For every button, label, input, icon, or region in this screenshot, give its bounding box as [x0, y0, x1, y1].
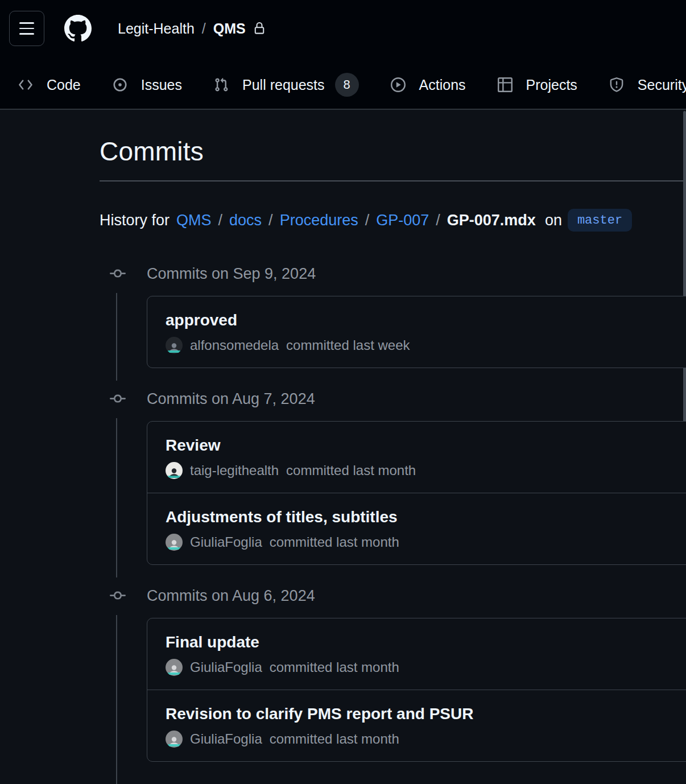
git-commit-icon: [110, 391, 126, 407]
commit-meta: GiuliaFoglia committed last month: [166, 731, 686, 748]
avatar[interactable]: [166, 659, 183, 676]
breadcrumb-repo-link[interactable]: QMS: [213, 20, 246, 37]
page-title: Commits: [100, 136, 686, 167]
commit-card: approved alfonsomedela committed last we…: [147, 296, 686, 368]
header-top: Legit-Health / QMS: [0, 0, 686, 61]
issue-opened-icon: [113, 77, 127, 92]
tab-label: Issues: [141, 77, 182, 93]
commit-title-link[interactable]: Revision to clarify PMS report and PSUR: [166, 705, 473, 723]
pull-requests-count-badge: 8: [335, 73, 359, 97]
commit-meta-text: committed last month: [270, 731, 399, 747]
commit-meta-text: committed last month: [286, 463, 416, 478]
commit-group-header: Commits on Aug 6, 2024: [100, 585, 686, 606]
tab-pull-requests[interactable]: Pull requests 8: [214, 73, 359, 97]
commit-group-header: Commits on Sep 9, 2024: [100, 263, 686, 284]
tab-label: Security: [638, 77, 686, 93]
avatar[interactable]: [166, 534, 183, 551]
history-on-label: on: [545, 212, 562, 229]
play-circle-icon: [391, 77, 406, 92]
commit-row: Final update GiuliaFoglia committed last…: [147, 618, 686, 690]
git-commit-icon: [110, 266, 126, 282]
breadcrumb-separator: /: [195, 20, 213, 37]
commit-title-link[interactable]: Review: [166, 436, 221, 455]
code-icon: [18, 77, 33, 92]
path-separator: /: [429, 212, 447, 229]
history-link-gp007[interactable]: GP-007: [376, 212, 429, 229]
lock-icon: [253, 22, 266, 35]
tab-projects[interactable]: Projects: [498, 77, 577, 93]
git-commit-icon: [110, 588, 126, 604]
timeline-line: [116, 293, 117, 381]
avatar[interactable]: [166, 731, 183, 748]
tab-label: Actions: [419, 77, 466, 93]
timeline-line: [116, 615, 117, 784]
commit-author-link[interactable]: alfonsomedela: [190, 337, 279, 353]
tab-label: Projects: [526, 77, 577, 93]
commit-group-aug-7: Commits on Aug 7, 2024 Review taig-legit…: [100, 389, 686, 565]
commits-page: Commits History for / QMS / docs / Proce…: [0, 110, 686, 762]
timeline-line: [116, 418, 117, 577]
avatar[interactable]: [166, 462, 183, 479]
commit-author-link[interactable]: GiuliaFoglia: [190, 731, 262, 747]
commit-meta-text: committed last month: [270, 534, 399, 550]
commit-row: Revision to clarify PMS report and PSUR …: [147, 690, 686, 761]
tab-code[interactable]: Code: [18, 77, 81, 93]
repo-tab-bar: Code Issues Pull requests 8 Actions Pr: [0, 61, 686, 110]
commit-title-link[interactable]: Adjustments of titles, subtitles: [166, 508, 398, 526]
commit-meta-text: committed last week: [286, 337, 410, 353]
path-separator: /: [358, 212, 377, 229]
history-link-qms[interactable]: QMS: [176, 212, 212, 229]
tab-label: Code: [47, 77, 81, 93]
commit-title-link[interactable]: Final update: [166, 633, 259, 651]
tab-issues[interactable]: Issues: [113, 77, 182, 93]
tab-label: Pull requests: [242, 77, 325, 93]
tab-security[interactable]: Security: [609, 77, 686, 93]
path-separator: /: [212, 212, 230, 229]
avatar[interactable]: [166, 337, 183, 354]
breadcrumb-org-link[interactable]: Legit-Health: [118, 20, 195, 37]
commit-title-link[interactable]: approved: [166, 311, 237, 329]
commit-row: Review taig-legithealth committed last m…: [147, 422, 686, 493]
app-header: Legit-Health / QMS Code Issues Pull requ…: [0, 0, 686, 110]
history-link-docs[interactable]: docs: [229, 212, 262, 229]
commit-group-aug-6: Commits on Aug 6, 2024 Final update Giul…: [100, 585, 686, 762]
commit-group-sep-9: Commits on Sep 9, 2024 approved alfonsom…: [100, 263, 686, 368]
commit-row: Adjustments of titles, subtitles GiuliaF…: [147, 493, 686, 564]
hamburger-icon: [19, 22, 34, 24]
commit-meta-text: committed last month: [270, 659, 399, 675]
table-icon: [498, 77, 513, 92]
breadcrumb: Legit-Health / QMS: [118, 20, 266, 37]
commit-group-date: Commits on Aug 7, 2024: [147, 390, 315, 408]
commit-row: approved alfonsomedela committed last we…: [147, 296, 686, 368]
commit-meta: taig-legithealth committed last month: [166, 462, 686, 479]
commit-card: Review taig-legithealth committed last m…: [147, 421, 686, 565]
commit-card: Final update GiuliaFoglia committed last…: [147, 618, 686, 762]
commit-meta: GiuliaFoglia committed last month: [166, 534, 686, 551]
commit-group-header: Commits on Aug 7, 2024: [100, 389, 686, 409]
hamburger-menu-button[interactable]: [9, 11, 44, 46]
path-separator: /: [262, 212, 280, 229]
commit-author-link[interactable]: taig-legithealth: [190, 463, 279, 478]
commit-author-link[interactable]: GiuliaFoglia: [190, 659, 262, 675]
branch-label: master: [568, 209, 632, 232]
commit-author-link[interactable]: GiuliaFoglia: [190, 534, 262, 550]
title-divider: [100, 180, 686, 181]
github-mark-icon[interactable]: [64, 15, 92, 42]
commit-meta: alfonsomedela committed last week: [166, 337, 686, 354]
commit-group-date: Commits on Sep 9, 2024: [147, 265, 316, 283]
history-current-file: GP-007.mdx: [447, 212, 536, 229]
git-pull-request-icon: [214, 77, 229, 92]
history-breadcrumb: History for / QMS / docs / Procedures / …: [100, 209, 686, 232]
commit-meta: GiuliaFoglia committed last month: [166, 659, 686, 676]
shield-icon: [609, 77, 624, 92]
commit-group-date: Commits on Aug 6, 2024: [147, 587, 315, 605]
tab-actions[interactable]: Actions: [391, 77, 466, 93]
history-prefix: History for: [100, 212, 170, 229]
history-link-procedures[interactable]: Procedures: [280, 212, 358, 229]
